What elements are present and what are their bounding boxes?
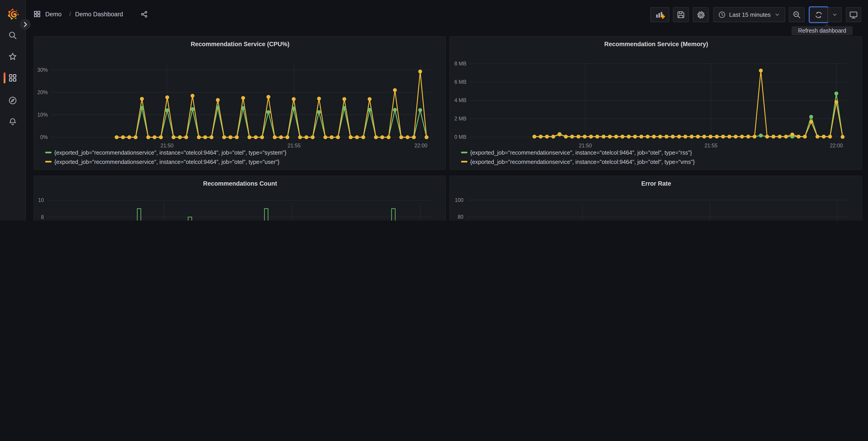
svg-text:30%: 30%	[37, 67, 48, 73]
svg-text:Recommendation Service (Memory: Recommendation Service (Memory)	[604, 41, 708, 48]
svg-text:20%: 20%	[37, 89, 48, 95]
svg-text:21:55: 21:55	[704, 143, 717, 148]
svg-text:Error Rate: Error Rate	[641, 180, 671, 187]
svg-text:{exported_job="recommendations: {exported_job="recommendationservice", i…	[470, 159, 695, 165]
svg-text:21:55: 21:55	[288, 143, 301, 148]
svg-text:2 MB: 2 MB	[454, 116, 467, 122]
svg-text:21:50: 21:50	[579, 143, 592, 148]
svg-text:6 MB: 6 MB	[454, 79, 467, 85]
svg-text:Recommendations Count: Recommendations Count	[203, 180, 277, 187]
svg-text:8: 8	[41, 214, 44, 220]
svg-text:10%: 10%	[37, 112, 48, 118]
svg-text:21:50: 21:50	[160, 143, 174, 148]
svg-text:80: 80	[458, 214, 463, 219]
svg-text:0%: 0%	[40, 134, 48, 140]
svg-text:4 MB: 4 MB	[454, 97, 467, 103]
svg-text:{exported_job="recommendations: {exported_job="recommendationservice", i…	[54, 159, 279, 165]
svg-text:Recommendation Service (CPU%): Recommendation Service (CPU%)	[191, 41, 290, 48]
svg-text:8 MB: 8 MB	[454, 61, 467, 66]
svg-text:{exported_job="recommendations: {exported_job="recommendationservice", i…	[470, 149, 692, 156]
svg-text:22:00: 22:00	[830, 143, 843, 148]
svg-text:10: 10	[38, 197, 44, 203]
svg-text:{exported_job="recommendations: {exported_job="recommendationservice", i…	[54, 149, 286, 156]
svg-text:100: 100	[455, 197, 463, 203]
svg-text:0 MB: 0 MB	[454, 134, 467, 140]
svg-text:22:00: 22:00	[414, 143, 428, 148]
